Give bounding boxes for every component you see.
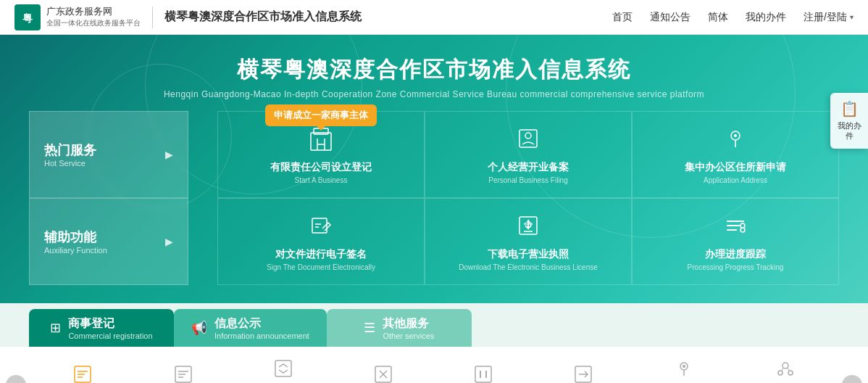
svg-point-23 — [740, 228, 745, 232]
nav-home[interactable]: 首页 — [612, 11, 633, 24]
nav-login[interactable]: 注册/登陆 ▾ — [804, 11, 854, 24]
location-icon — [722, 125, 748, 155]
tab-2-cn: 其他服务 — [383, 316, 434, 331]
site-title: 横琴粤澳深度合作区市场准入信息系统 — [164, 9, 362, 25]
tabs-section: ⊞ 商事登记 Commercial registration 📢 信息公示 In… — [0, 303, 868, 347]
svg-rect-32 — [275, 361, 291, 376]
nav-simplified[interactable]: 简体 — [708, 11, 728, 24]
bottom-service-6[interactable]: 集中办公区住 所申请 — [651, 355, 717, 383]
service-cn-3: 对文件进行电子签名 — [275, 248, 367, 261]
service-cn-2: 集中办公区住所新申请 — [685, 161, 786, 174]
service-item-1[interactable]: 个人经营开业备案 Personal Business Filing — [425, 111, 632, 198]
svg-point-22 — [740, 223, 745, 228]
bottom-service-4[interactable]: 歇业备案 — [451, 361, 516, 383]
svg-rect-36 — [475, 366, 491, 382]
cancel-reg-icon — [373, 364, 393, 383]
setup-reg-icon — [173, 364, 193, 383]
name-report-icon — [72, 364, 93, 383]
tab-commercial-registration[interactable]: ⊞ 商事登记 Commercial registration — [29, 309, 174, 347]
service-en-2: Application Address — [704, 176, 767, 184]
chevron-down-icon: ▾ — [850, 13, 854, 21]
office-float-icon: 📋 — [840, 100, 859, 118]
chevron-right-icon: ▶ — [165, 149, 173, 160]
svg-text:粤: 粤 — [22, 12, 33, 24]
bottom-services: ‹ 名称自主申报 设立登记 — [0, 347, 868, 383]
bottom-service-7[interactable]: 集群注册信息 报备 — [752, 355, 819, 383]
tab-other-services[interactable]: ☰ 其他服务 Other services — [327, 309, 472, 347]
hero-content: 热门服务 Hot Service ▶ 辅助功能 Auxiliary Functi… — [0, 111, 868, 285]
service-item-3[interactable]: 对文件进行电子签名 Sign The Document Electronical… — [217, 198, 425, 285]
hot-service-cn: 热门服务 — [44, 141, 96, 159]
header: 粤 广东政务服务网 全国一体化在线政务服务平台 横琴粤澳深度合作区市场准入信息系… — [0, 0, 868, 35]
hot-service-en: Hot Service — [44, 159, 96, 168]
bottom-service-5[interactable]: 企业迁移 — [551, 361, 616, 383]
scroll-left-arrow[interactable]: ‹ — [6, 375, 26, 383]
bottom-service-2[interactable]: 变更登记 (备案) — [251, 355, 316, 383]
announcement-icon: 📢 — [191, 320, 207, 336]
bottom-service-0[interactable]: 名称自主申报 — [49, 361, 116, 383]
tab-1-cn: 信息公示 — [214, 316, 309, 331]
service-en-3: Sign The Document Electronically — [267, 263, 375, 271]
service-item-2[interactable]: 集中办公区住所新申请 Application Address — [632, 111, 839, 198]
svg-point-44 — [788, 371, 793, 375]
tab-0-en: Commercial registration — [68, 331, 152, 340]
scroll-right-arrow[interactable]: › — [842, 375, 862, 383]
sign-icon — [308, 213, 334, 242]
svg-point-8 — [525, 133, 531, 139]
service-en-0: Start A Business — [295, 176, 348, 184]
nav-notice[interactable]: 通知公告 — [650, 11, 690, 24]
svg-point-10 — [734, 134, 737, 137]
nav-my-office[interactable]: 我的办件 — [746, 11, 786, 24]
tab-1-en: Information announcement — [214, 331, 309, 340]
svg-line-46 — [788, 368, 789, 371]
service-item-4[interactable]: 下载电子营业执照 Download The Electronic Busines… — [425, 198, 632, 285]
download-icon — [515, 213, 541, 242]
service-cn-1: 个人经营开业备案 — [488, 161, 569, 174]
service-cn-0: 有限责任公司设立登记 — [270, 161, 372, 174]
my-office-float-label: 我的办件 — [835, 120, 864, 141]
tab-2-en: Other services — [383, 331, 434, 340]
bottom-service-1[interactable]: 设立登记 — [151, 361, 216, 383]
hero-section: 横琴粤澳深度合作区市场准入信息系统 Hengqin Guangdong-Maca… — [0, 35, 868, 303]
service-en-4: Download The Electronic Business License — [459, 263, 598, 271]
service-cn-5: 办理进度跟踪 — [705, 248, 766, 261]
suspend-icon — [473, 364, 493, 383]
svg-line-45 — [782, 368, 783, 371]
office-location-icon — [674, 358, 694, 383]
logo-icon: 粤 — [14, 4, 41, 30]
aux-cn: 辅助功能 — [44, 228, 107, 246]
logo-block: 粤 广东政务服务网 全国一体化在线政务服务平台 — [14, 4, 141, 30]
grid-icon: ⊞ — [50, 320, 61, 336]
bottom-service-items: 名称自主申报 设立登记 变更登记 (备案) — [32, 355, 836, 383]
my-office-float-button[interactable]: 📋 我的办件 — [830, 93, 868, 149]
cluster-reg-icon — [775, 358, 796, 383]
menu-icon: ☰ — [364, 320, 375, 336]
chevron-right-icon-2: ▶ — [165, 236, 173, 247]
service-item-5[interactable]: 办理进度跟踪 Processing Progress Tracking — [632, 198, 839, 285]
person-icon — [515, 125, 541, 155]
logo-subtitle: 全国一体化在线政务服务平台 — [46, 18, 141, 28]
hot-service-panel[interactable]: 热门服务 Hot Service ▶ — [29, 111, 188, 198]
svg-point-42 — [783, 363, 788, 368]
service-grid: 申请成立一家商事主体 有限责任公司设立登记 Start A Business — [217, 111, 839, 285]
svg-rect-2 — [311, 133, 331, 150]
tab-information-announcement[interactable]: 📢 信息公示 Information announcement — [174, 309, 327, 347]
sidebar-panels: 热门服务 Hot Service ▶ 辅助功能 Auxiliary Functi… — [29, 111, 188, 285]
service-item-0[interactable]: 申请成立一家商事主体 有限责任公司设立登记 Start A Business — [217, 111, 425, 198]
svg-point-43 — [778, 371, 783, 375]
svg-point-41 — [683, 365, 685, 368]
header-nav: 首页 通知公告 简体 我的办件 注册/登陆 ▾ — [612, 11, 854, 24]
header-divider — [152, 7, 153, 28]
aux-function-panel[interactable]: 辅助功能 Auxiliary Function ▶ — [29, 198, 188, 285]
bottom-service-3[interactable]: 注销登记 — [351, 361, 416, 383]
service-en-1: Personal Business Filing — [488, 176, 568, 184]
change-reg-icon — [273, 358, 293, 383]
service-en-5: Processing Progress Tracking — [688, 263, 784, 271]
migrate-icon — [573, 364, 593, 383]
service-cn-4: 下载电子营业执照 — [488, 248, 569, 261]
aux-en: Auxiliary Function — [44, 246, 107, 255]
tooltip-bubble: 申请成立一家商事主体 — [265, 104, 377, 126]
progress-icon — [722, 213, 748, 242]
tab-0-cn: 商事登记 — [68, 316, 152, 331]
logo-name: 广东政务服务网 — [46, 6, 141, 18]
